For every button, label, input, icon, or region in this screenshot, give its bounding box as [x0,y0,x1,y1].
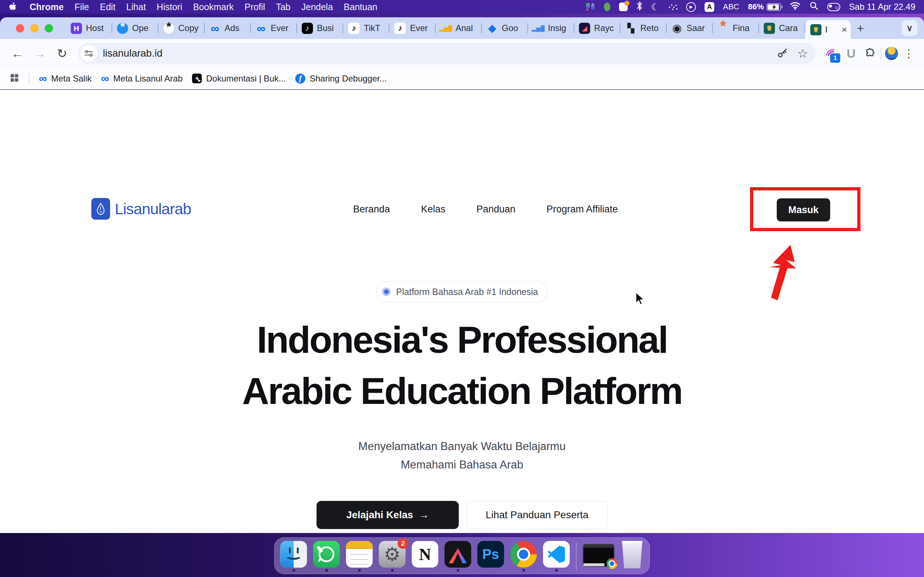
tab-raycast[interactable]: ◢Rayc [574,17,620,39]
webpage: Lisanularab Beranda Kelas Panduan Progra… [0,90,924,533]
tab-finance[interactable]: *Fina [713,17,759,39]
dock-item-whatsapp[interactable] [313,541,340,572]
dock-item-minimized-window[interactable] [583,541,615,571]
status-green-icon[interactable] [604,3,611,11]
tab-saas[interactable]: ◉Saar [667,17,713,39]
dock-item-a-app[interactable] [445,541,472,572]
jelajahi-kelas-button[interactable]: Jelajahi Kelas → [317,501,459,529]
zoom-window-button[interactable] [45,24,53,32]
display-dots-icon[interactable] [668,3,677,10]
password-key-icon[interactable] [775,46,790,61]
tab-active-lisanularab[interactable]: I × [805,20,851,39]
mouse-cursor [635,292,647,308]
tab-retool[interactable]: ▚Reto [620,17,667,39]
tab-analytics[interactable]: ▂▅█Anal [436,17,482,39]
bookmark-dokumentasi[interactable]: + Dokumentasi | Buk... [192,74,286,84]
bookmark-sharing-debugger[interactable]: f Sharing Debugger... [295,74,386,84]
running-indicator [292,569,295,572]
nav-program-affiliate[interactable]: Program Affiliate [546,204,618,215]
profile-avatar[interactable] [885,47,898,60]
hero-badge: Platform Bahasa Arab #1 Indonesia [376,281,548,302]
dock-item-vscode[interactable] [543,541,570,572]
tab-meta-events[interactable]: ∞Ever [251,17,297,39]
tab-tiktok-business[interactable]: ♪Busi [297,17,343,39]
menu-chrome[interactable]: Chrome [30,2,63,12]
battery-indicator[interactable]: 86% [748,2,781,11]
nav-kelas[interactable]: Kelas [421,204,446,215]
url-text[interactable]: lisanularab.id [103,48,162,59]
dock-item-settings[interactable]: ⚙2 [379,541,406,572]
menu-histori[interactable]: Histori [157,2,182,12]
tab-openai[interactable]: *Ope [112,17,158,39]
apps-grid-icon[interactable] [10,73,19,84]
tab-lisanularab-cara[interactable]: Cara [759,17,805,39]
nav-beranda[interactable]: Beranda [353,204,390,215]
dock-item-trash[interactable] [621,541,644,572]
dock-item-notes[interactable] [346,541,373,572]
extensions-puzzle-icon[interactable] [863,46,877,61]
reload-button[interactable]: ↻ [53,44,71,63]
gradient-a-app-icon [445,541,472,567]
tab-label: Anal [456,23,473,33]
tab-tiktok[interactable]: ♪TikT [343,17,389,39]
browser-menu-icon[interactable]: ⋮ [901,47,916,60]
menu-profil[interactable]: Profil [244,2,265,12]
input-source-icon[interactable]: A [704,2,714,12]
dock-item-photoshop[interactable]: Ps [478,541,504,572]
bookmark-meta-salik[interactable]: ∞ Meta Salik [39,72,92,85]
menu-bookmark[interactable]: Bookmark [193,2,234,12]
tab-search-chevron-icon[interactable]: ∨ [901,20,918,36]
forward-button[interactable]: → [30,44,49,63]
dock-item-notion[interactable]: N [412,541,439,572]
dock-item-chrome[interactable] [510,541,537,572]
nav-panduan[interactable]: Panduan [477,204,515,215]
control-center-icon[interactable] [827,3,840,11]
close-window-button[interactable] [16,24,24,32]
minimize-window-button[interactable] [30,24,39,32]
trash-icon [621,541,644,568]
bookmark-star-icon[interactable]: ☆ [795,46,810,61]
dock-item-finder[interactable] [281,541,307,572]
now-playing-icon[interactable]: ▶ [686,2,696,12]
tab-tag-manager[interactable]: ◆Goo [482,17,528,39]
lihat-panduan-button[interactable]: Lihat Panduan Peserta [467,501,607,529]
notification-app-icon[interactable] [619,3,628,11]
tab-label: Cara [779,23,798,33]
back-button[interactable]: ← [8,44,27,63]
site-settings-icon[interactable] [81,45,97,62]
tab-tiktok-events[interactable]: ♪Ever [389,17,436,39]
saas-favicon: ◉ [671,23,683,34]
extension-u-icon[interactable]: U [843,47,859,61]
menu-jendela[interactable]: Jendela [301,2,333,12]
chrome-mini-icon [607,558,617,569]
menu-tab[interactable]: Tab [276,2,290,12]
spotlight-search-icon[interactable] [809,1,819,13]
stats-widget-icon[interactable] [586,3,595,11]
menu-bantuan[interactable]: Bantuan [344,2,377,12]
menu-lihat[interactable]: Lihat [126,2,146,12]
menu-file[interactable]: File [74,2,89,12]
menu-edit[interactable]: Edit [100,2,115,12]
retool-favicon: ▚ [625,23,636,34]
focus-moon-icon[interactable]: ☾ [651,2,659,11]
battery-icon [767,3,781,11]
input-source-label[interactable]: ABC [723,2,739,11]
tab-meta-ads[interactable]: ∞Ads [205,17,251,39]
tab-label: Ever [410,23,428,33]
close-tab-icon[interactable]: × [842,24,847,35]
tab-insights[interactable]: ▂▅█Insig [528,17,574,39]
meta-favicon: ∞ [255,23,267,34]
site-logo[interactable]: Lisanularab [91,198,191,220]
address-bar[interactable]: lisanularab.id ☆ [78,43,816,64]
tab-chatgpt[interactable]: *Copy [158,17,205,39]
new-tab-button[interactable]: + [851,17,870,39]
openai-favicon: * [117,23,128,34]
extension-signal-icon[interactable]: 1 [822,45,840,62]
tab-hostinger[interactable]: HHost [66,17,112,39]
menu-bar-clock[interactable]: Sab 11 Apr 22.49 [849,2,915,12]
tiktok-favicon: ♪ [394,23,406,34]
bluetooth-icon[interactable] [636,1,643,13]
wifi-icon[interactable] [790,2,801,12]
bookmark-meta-lisanul-arab[interactable]: ∞ Meta Lisanul Arab [101,72,183,85]
apple-logo-icon[interactable] [9,2,16,11]
